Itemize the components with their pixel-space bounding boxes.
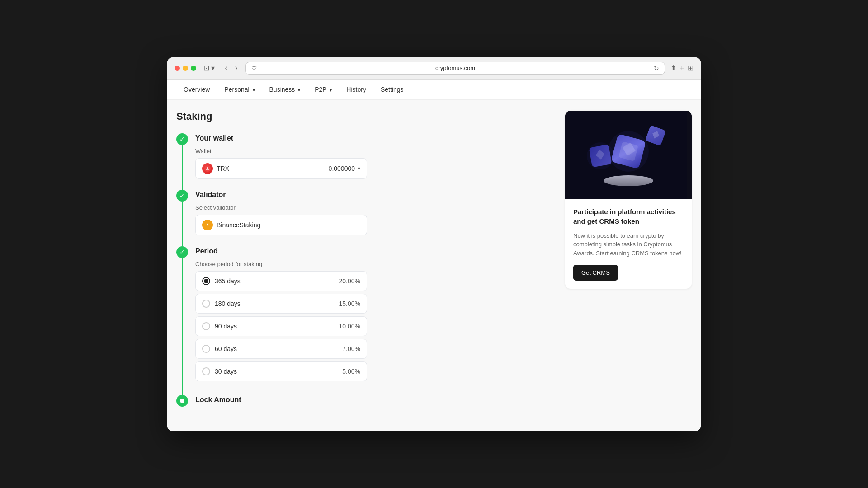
nav-overview[interactable]: Overview (176, 80, 217, 99)
period-365-left: 365 days (202, 277, 241, 285)
promo-illustration (570, 111, 687, 199)
radio-365-inner (204, 279, 208, 283)
period-90-rate: 10.00% (339, 323, 360, 330)
page-title: Staking (176, 111, 554, 122)
period-60-label: 60 days (215, 345, 237, 352)
traffic-lights (175, 66, 196, 71)
step-validator-content: Validator Select validator BinanceStakin… (195, 190, 554, 246)
binance-icon (202, 220, 213, 230)
share-button[interactable]: ⬆ (670, 64, 676, 72)
svg-point-14 (587, 142, 614, 169)
sidebar-toggle-button[interactable]: ⊡ ▾ (202, 63, 217, 73)
step-period-circle: ✓ (176, 246, 188, 258)
step-lock-circle (176, 395, 188, 407)
get-crms-button[interactable]: Get CRMS (573, 265, 618, 281)
back-button[interactable]: ‹ (222, 62, 230, 74)
period-180-label: 180 days (215, 300, 241, 307)
wallet-left: TRX (202, 163, 229, 174)
lock-inner (180, 399, 184, 403)
choose-period-label: Choose period for staking (195, 261, 554, 267)
step-period-line (182, 258, 183, 395)
period-180-rate: 15.00% (339, 300, 360, 307)
radio-60 (202, 345, 210, 353)
promo-card: Participate in platform activities and g… (565, 111, 692, 289)
period-option-60[interactable]: 60 days 7.00% (195, 339, 367, 359)
nav-history[interactable]: History (339, 80, 373, 99)
minimize-button[interactable] (183, 66, 188, 71)
url-display: cryptomus.com (260, 65, 650, 71)
nav-buttons: ‹ › (222, 62, 240, 74)
period-option-365[interactable]: 365 days 20.00% (195, 271, 367, 291)
period-30-rate: 5.00% (342, 368, 360, 375)
left-panel: Staking ✓ Your wallet Wallet (176, 111, 554, 420)
balance-dropdown-icon: ▾ (358, 165, 360, 172)
promo-image (565, 111, 692, 199)
step-wallet-line (182, 145, 183, 190)
wallet-name: TRX (217, 165, 229, 172)
step-lock-title: Lock Amount (195, 395, 554, 404)
period-option-180[interactable]: 180 days 15.00% (195, 294, 367, 314)
main-layout: Staking ✓ Your wallet Wallet (167, 100, 701, 431)
svg-point-5 (604, 175, 653, 186)
maximize-button[interactable] (191, 66, 196, 71)
new-tab-button[interactable]: + (680, 64, 684, 72)
step-container: ✓ Your wallet Wallet (176, 133, 554, 420)
promo-body: Participate in platform activities and g… (565, 199, 692, 289)
period-90-left: 90 days (202, 322, 237, 330)
radio-180 (202, 300, 210, 308)
period-30-left: 30 days (202, 367, 237, 375)
step-validator-title: Validator (195, 190, 554, 199)
radio-365 (202, 277, 210, 285)
personal-dropdown-icon: ▾ (253, 88, 255, 93)
select-validator-label: Select validator (195, 204, 554, 211)
step-lock-content: Lock Amount (195, 395, 554, 420)
period-60-left: 60 days (202, 345, 237, 353)
period-options: 365 days 20.00% 180 days 15.00% (195, 271, 367, 384)
balance-value: 0.000000 (329, 165, 355, 172)
browser-actions: ⬆ + ⊞ (670, 64, 693, 72)
p2p-dropdown-icon: ▾ (330, 88, 332, 93)
period-90-label: 90 days (215, 323, 237, 330)
period-option-30[interactable]: 30 days 5.00% (195, 361, 367, 381)
top-nav: Overview Personal ▾ Business ▾ P2P ▾ His… (167, 80, 701, 100)
close-button[interactable] (175, 66, 180, 71)
svg-point-13 (608, 131, 649, 172)
step-wallet-indicator: ✓ (176, 133, 188, 190)
period-option-90[interactable]: 90 days 10.00% (195, 316, 367, 336)
nav-business[interactable]: Business ▾ (262, 80, 308, 99)
nav-p2p[interactable]: P2P ▾ (307, 80, 339, 99)
checkmark-icon-3: ✓ (179, 249, 185, 256)
step-lock-indicator (176, 395, 188, 420)
step-validator-line (182, 202, 183, 246)
address-bar[interactable]: 🛡 cryptomus.com ↻ (245, 62, 665, 75)
step-wallet-circle: ✓ (176, 133, 188, 145)
step-period-content: Period Choose period for staking 365 day… (195, 246, 554, 395)
wallet-selector[interactable]: TRX 0.000000 ▾ (195, 158, 367, 179)
step-lock: Lock Amount (176, 395, 554, 420)
step-wallet-title: Your wallet (195, 133, 554, 142)
tabs-button[interactable]: ⊞ (688, 64, 693, 72)
wallet-label: Wallet (195, 148, 554, 155)
radio-90 (202, 322, 210, 330)
step-validator-circle: ✓ (176, 190, 188, 202)
promo-description: Now it is possible to earn crypto by com… (573, 231, 684, 258)
refresh-button[interactable]: ↻ (654, 65, 659, 72)
step-wallet-content: Your wallet Wallet (195, 133, 554, 190)
radio-30 (202, 367, 210, 375)
step-validator-indicator: ✓ (176, 190, 188, 246)
security-icon: 🛡 (251, 65, 257, 71)
validator-selector[interactable]: BinanceStaking (195, 215, 367, 235)
step-period-title: Period (195, 246, 554, 255)
period-180-left: 180 days (202, 300, 241, 308)
promo-title: Participate in platform activities and g… (573, 207, 684, 226)
business-dropdown-icon: ▾ (298, 88, 300, 93)
wallet-balance: 0.000000 ▾ (329, 165, 360, 172)
step-period-indicator: ✓ (176, 246, 188, 395)
forward-button[interactable]: › (232, 62, 240, 74)
validator-name: BinanceStaking (217, 221, 260, 229)
browser-chrome: ⊡ ▾ ‹ › 🛡 cryptomus.com ↻ ⬆ + ⊞ (167, 57, 701, 80)
nav-settings[interactable]: Settings (373, 80, 411, 99)
right-panel: Participate in platform activities and g… (565, 111, 692, 420)
page-content: Overview Personal ▾ Business ▾ P2P ▾ His… (167, 80, 701, 431)
nav-personal[interactable]: Personal ▾ (217, 80, 262, 99)
